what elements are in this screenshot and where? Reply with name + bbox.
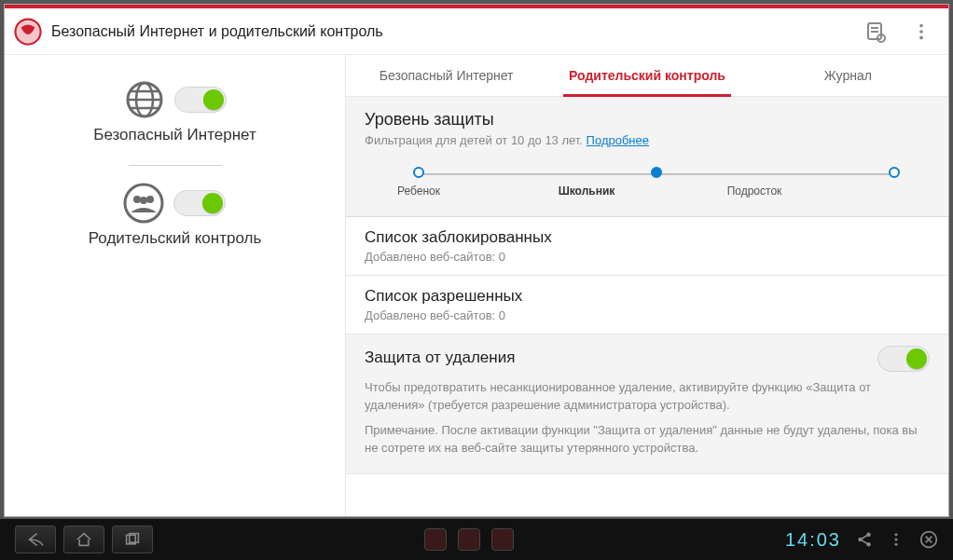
report-icon[interactable]: [864, 20, 887, 43]
sidebar-item-safe-internet[interactable]: Безопасный Интернет: [93, 79, 256, 144]
slider-label-teen: Подросток: [670, 184, 838, 198]
allowed-list-row[interactable]: Список разрешенных Добавлено веб-сайтов:…: [346, 276, 948, 335]
protection-title: Уровень защиты: [365, 110, 930, 130]
more-link[interactable]: Подробнее: [587, 133, 649, 147]
home-button[interactable]: [63, 526, 104, 553]
app-bar: Безопасный Интернет и родительский контр…: [5, 8, 948, 55]
allowed-title: Список разрешенных: [365, 287, 930, 306]
android-nav-bar: 14:03: [0, 519, 953, 560]
delete-protection-row: Защита от удаления Чтобы предотвратить н…: [346, 335, 948, 474]
share-icon[interactable]: [856, 531, 873, 548]
svg-point-7: [919, 35, 923, 39]
svg-point-5: [919, 23, 923, 27]
slider-label-child: Ребенок: [335, 184, 503, 198]
svg-point-22: [895, 543, 898, 546]
tabs: Безопасный Интернет Родительский контрол…: [346, 55, 948, 97]
app-logo-icon: [14, 18, 42, 46]
clock: 14:03: [785, 529, 841, 551]
sidebar-divider: [129, 165, 222, 166]
svg-point-14: [140, 197, 147, 204]
blocked-subtitle: Добавлено веб-сайтов: 0: [365, 250, 930, 264]
sidebar-item-label: Безопасный Интернет: [93, 126, 256, 144]
toggle-parental[interactable]: [173, 190, 226, 216]
blocked-title: Список заблокированных: [365, 228, 930, 247]
back-button[interactable]: [15, 526, 56, 553]
menu-dots-icon[interactable]: [888, 531, 905, 548]
sidebar-item-parental[interactable]: Родительский контроль: [89, 183, 262, 248]
svg-point-20: [895, 533, 898, 536]
protection-level-panel: Уровень защиты Фильтрация для детей от 1…: [346, 97, 948, 217]
svg-point-6: [919, 30, 923, 34]
tray-area[interactable]: [153, 528, 785, 551]
close-x-icon[interactable]: [919, 530, 938, 549]
toggle-safe-internet[interactable]: [174, 87, 227, 113]
svg-point-13: [146, 196, 154, 203]
tray-app-icon[interactable]: [491, 528, 514, 551]
blocked-list-row[interactable]: Список заблокированных Добавлено веб-сай…: [346, 217, 948, 276]
tray-app-icon[interactable]: [458, 528, 480, 551]
tray-app-icon[interactable]: [424, 528, 447, 551]
protection-subtitle: Фильтрация для детей от 10 до 13 лет. По…: [365, 133, 930, 147]
toggle-delete-protection[interactable]: [877, 346, 930, 372]
sidebar-item-label: Родительский контроль: [89, 229, 262, 248]
tab-journal[interactable]: Журнал: [748, 55, 948, 96]
globe-icon: [124, 79, 165, 120]
menu-overflow-icon[interactable]: [911, 21, 932, 42]
tab-safe-internet[interactable]: Безопасный Интернет: [346, 55, 546, 96]
people-icon: [123, 183, 164, 224]
app-title: Безопасный Интернет и родительский контр…: [51, 23, 864, 40]
allowed-subtitle: Добавлено веб-сайтов: 0: [365, 308, 930, 322]
slider-label-school: Школьник: [503, 184, 670, 198]
svg-point-12: [133, 196, 141, 203]
delete-protection-note1: Чтобы предотвратить несанкционированное …: [365, 379, 930, 415]
sidebar: Безопасный Интернет Родительский контрол…: [5, 55, 345, 516]
recent-apps-button[interactable]: [112, 526, 153, 553]
protection-level-slider[interactable]: Ребенок Школьник Подросток: [402, 173, 911, 198]
delete-protection-note2: Примечание. После активации функции "Защ…: [365, 422, 930, 458]
delete-protection-title: Защита от удаления: [365, 348, 877, 367]
tab-parental-control[interactable]: Родительский контроль: [546, 55, 747, 96]
svg-point-21: [895, 539, 898, 541]
main-panel: Безопасный Интернет Родительский контрол…: [345, 55, 948, 516]
